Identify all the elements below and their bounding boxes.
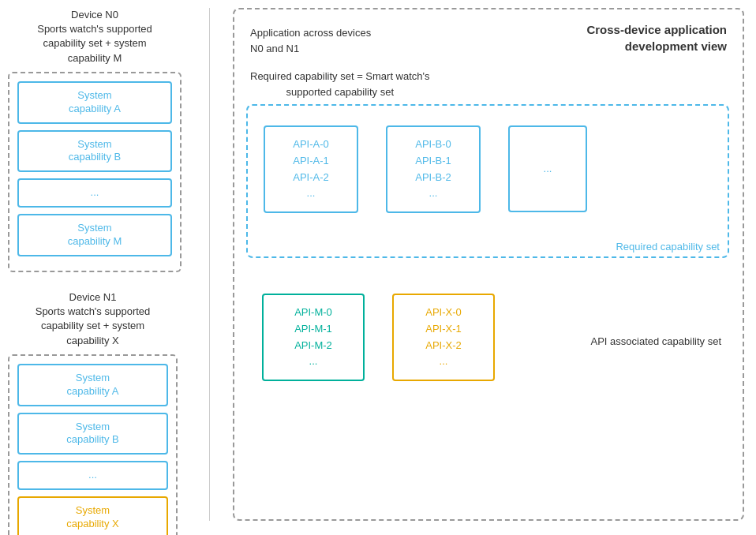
- divider-line: [209, 8, 211, 521]
- device-n0-title: Device N0: [71, 9, 118, 21]
- left-panel: Device N0 Sports watch's supported capab…: [8, 8, 182, 521]
- required-capability-label: Required capability set: [616, 241, 720, 253]
- app-label: Application across devices N0 and N1: [250, 25, 371, 56]
- right-panel: Cross-device application development vie…: [233, 8, 744, 521]
- assoc-cap-area: API-M-0API-M-1API-M-2... API-X-0API-X-1A…: [246, 278, 729, 404]
- api-dots-box: ...: [508, 125, 587, 212]
- api-b-box: API-B-0API-B-1API-B-2...: [386, 125, 481, 213]
- right-panel-title: Cross-device application development vie…: [553, 21, 727, 54]
- device-n0-sub2: capability set + system: [43, 37, 146, 49]
- cap-x-n1: Systemcapability X: [17, 496, 168, 535]
- device-n1-sub3: capability X: [66, 335, 118, 346]
- device-n0-section: Device N0 Sports watch's supported capab…: [8, 8, 182, 272]
- device-n1-sub1: Sports watch's supported: [36, 305, 151, 317]
- diagram-container: Device N0 Sports watch's supported capab…: [0, 0, 756, 535]
- device-n0-sub1: Sports watch's supported: [37, 23, 152, 35]
- device-n1-title: Device N1: [69, 291, 117, 303]
- cap-b-n1: Systemcapability B: [17, 413, 168, 455]
- cap-a-n0: Systemcapability A: [17, 81, 172, 124]
- device-n1-label: Device N1 Sports watch's supported capab…: [8, 290, 178, 348]
- device-n1-sub2: capability set + system: [41, 320, 144, 331]
- cap-m-n0: Systemcapability M: [17, 214, 172, 256]
- api-a-box: API-A-0API-A-1API-A-2...: [264, 125, 358, 213]
- cap-b-n0: Systemcapability B: [17, 130, 172, 173]
- device-n1-section: Device N1 Sports watch's supported capab…: [8, 290, 178, 535]
- device-n0-box: Systemcapability A Systemcapability B ..…: [8, 72, 182, 272]
- api-m-box: API-M-0API-M-1API-M-2...: [262, 294, 365, 381]
- device-n0-label: Device N0 Sports watch's supported capab…: [8, 8, 182, 65]
- required-cap-text: Required capability set = Smart watch's …: [250, 69, 430, 99]
- cap-dots-n1: ...: [17, 461, 168, 490]
- required-capability-box: API-A-0API-A-1API-A-2... API-B-0API-B-1A…: [246, 104, 729, 258]
- assoc-cap-label: API associated capability set: [591, 335, 721, 347]
- device-n0-sub3: capability M: [68, 52, 122, 64]
- cap-a-n1: Systemcapability A: [17, 364, 168, 406]
- api-x-box: API-X-0API-X-1API-X-2...: [392, 294, 495, 381]
- device-n1-box: Systemcapability A Systemcapability B ..…: [8, 354, 178, 535]
- cap-dots-n0: ...: [17, 178, 172, 208]
